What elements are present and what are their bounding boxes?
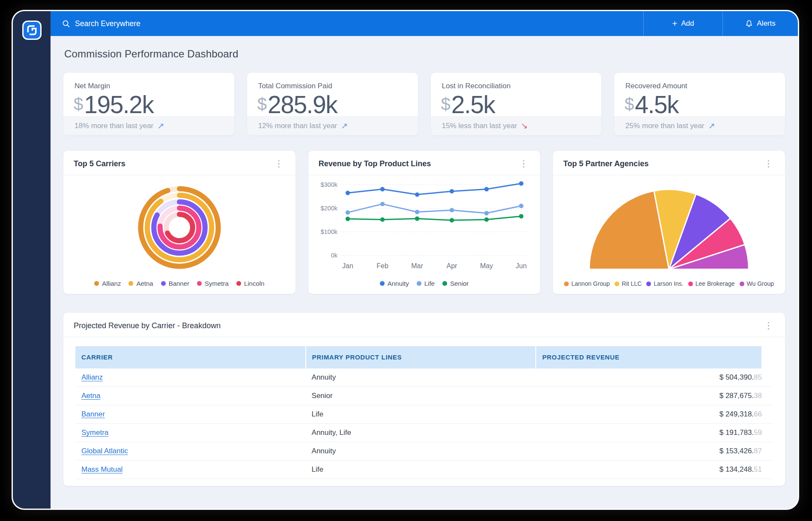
- legend-dot: [646, 281, 651, 286]
- cell-projected-revenue: $ 134,248.51: [536, 461, 762, 479]
- cell-primary-product-lines: Senior: [306, 387, 536, 405]
- kpi-label: Recovered Amount: [614, 73, 785, 90]
- revenue-main: $ 504,390.: [719, 373, 754, 381]
- legend-label: Senior: [450, 280, 469, 287]
- kebab-menu-icon[interactable]: ⋮: [273, 159, 285, 169]
- trend-up-icon: ↗: [157, 122, 164, 130]
- legend-label: Annuity: [388, 280, 409, 287]
- svg-text:0k: 0k: [331, 252, 338, 259]
- table-wrap: CARRIER PRIMARY PRODUCT LINES PROJECTED …: [63, 337, 785, 479]
- svg-text:May: May: [480, 262, 493, 269]
- kebab-menu-icon[interactable]: ⋮: [762, 321, 775, 331]
- revenue-main: $ 153,426.: [719, 447, 754, 455]
- cell-primary-product-lines: Annuity, Life: [306, 424, 536, 442]
- legend-item-life[interactable]: Life: [417, 280, 435, 287]
- cell-filler: [762, 424, 773, 442]
- add-button[interactable]: + Add: [643, 11, 722, 36]
- legend-dot: [688, 281, 693, 286]
- series-line-annuity: [348, 184, 521, 195]
- legend-item-aetna[interactable]: Aetna: [128, 280, 153, 287]
- legend-item-lincoln[interactable]: Lincoln: [236, 280, 265, 287]
- legend-label: Life: [424, 280, 435, 287]
- sidebar: [13, 11, 51, 509]
- carrier-link-allianz[interactable]: Allianz: [81, 373, 103, 381]
- card-header: Projected Revenue by Carrier - Breakdown…: [63, 313, 785, 337]
- search-icon: [62, 20, 70, 28]
- carriers-radial-chart: [63, 175, 296, 280]
- legend-item-senior[interactable]: Senior: [442, 280, 469, 287]
- kpi-label: Lost in Reconciliation: [431, 73, 602, 90]
- series-line-senior: [348, 216, 521, 220]
- table-header-row: CARRIER PRIMARY PRODUCT LINES PROJECTED …: [75, 346, 773, 368]
- radial-rings: [134, 182, 225, 273]
- search-input[interactable]: Search Everywhere: [51, 19, 643, 28]
- data-point-senior-jan: [346, 217, 350, 221]
- dashboard-content: Commission Performance Dashboard Net Mar…: [51, 36, 798, 509]
- svg-text:$200k: $200k: [320, 205, 337, 212]
- legend-item-banner[interactable]: Banner: [161, 280, 189, 287]
- trend-up-icon: ↗: [708, 122, 715, 130]
- agencies-legend: Lannon GroupRit LLCLarson Ins.Lee Broker…: [553, 280, 785, 294]
- card-title: Top 5 Carriers: [74, 159, 125, 168]
- data-point-senior-apr: [450, 218, 454, 222]
- legend-dot: [564, 281, 569, 286]
- kpi-value: $195.2k: [63, 91, 234, 118]
- legend-label: Lannon Group: [571, 280, 610, 287]
- svg-text:Apr: Apr: [447, 262, 458, 269]
- column-header-projected-revenue: PROJECTED REVENUE: [536, 346, 762, 368]
- kpi-footnote: 15% less than last year ↘: [431, 116, 602, 135]
- carrier-link-mass-mutual[interactable]: Mass Mutual: [81, 465, 122, 473]
- legend-item-larson-ins[interactable]: Larson Ins.: [646, 280, 683, 287]
- legend-label: Aetna: [136, 280, 153, 287]
- card-header: Revenue by Top Product Lines ⋮: [308, 151, 540, 175]
- table-row-global-atlantic: Global AtlanticAnnuity$ 153,426.87: [75, 442, 773, 461]
- legend-item-wu-group[interactable]: Wu Group: [740, 280, 774, 287]
- trend-down-icon: ↘: [521, 122, 528, 130]
- carrier-link-aetna[interactable]: Aetna: [81, 392, 100, 400]
- legend-label: Larson Ins.: [654, 280, 683, 287]
- data-point-annuity-feb: [380, 187, 385, 192]
- carrier-link-global-atlantic[interactable]: Global Atlantic: [81, 447, 128, 455]
- legend-item-annuity[interactable]: Annuity: [380, 280, 409, 287]
- revenue-main: $ 249,318.: [719, 410, 754, 418]
- carrier-link-banner[interactable]: Banner: [81, 410, 105, 418]
- kpi-number: 2.5k: [451, 91, 495, 118]
- column-header-carrier: CARRIER: [75, 346, 306, 368]
- cell-projected-revenue: $ 287,675.38: [536, 387, 762, 405]
- add-button-label: Add: [681, 19, 694, 28]
- data-point-senior-mar: [415, 216, 419, 221]
- table-row-aetna: AetnaSenior$ 287,675.38: [75, 387, 773, 405]
- kpi-number: 285.9k: [268, 91, 337, 118]
- cell-primary-product-lines: Life: [306, 461, 536, 479]
- legend-dot: [380, 281, 385, 286]
- table-row-allianz: AllianzAnnuity$ 504,390.85: [75, 368, 773, 387]
- plus-icon: +: [672, 19, 677, 28]
- alerts-button-label: Alerts: [757, 19, 775, 28]
- data-point-senior-may: [484, 218, 489, 222]
- table-row-mass-mutual: Mass MutualLife$ 134,248.51: [75, 461, 773, 479]
- kebab-menu-icon[interactable]: ⋮: [517, 159, 530, 169]
- top-bar: Search Everywhere + Add Alerts: [51, 11, 798, 36]
- carrier-link-symetra[interactable]: Symetra: [81, 428, 108, 437]
- currency-sign: $: [441, 95, 451, 114]
- revenue-cents: 87: [754, 447, 762, 455]
- legend-item-lee-brokerage[interactable]: Lee Brokerage: [688, 280, 735, 287]
- legend-dot: [236, 281, 241, 286]
- legend-item-symetra[interactable]: Symetra: [197, 280, 229, 287]
- legend-dot: [197, 281, 202, 286]
- cell-filler: [762, 461, 773, 479]
- legend-dot: [442, 281, 447, 286]
- legend-item-rit-llc[interactable]: Rit LLC: [615, 280, 642, 287]
- carriers-legend: AllianzAetnaBannerSymetraLincoln: [63, 280, 296, 294]
- kpi-value: $285.9k: [247, 91, 418, 118]
- kebab-menu-icon[interactable]: ⋮: [762, 159, 775, 169]
- svg-text:Jan: Jan: [342, 262, 353, 269]
- alerts-button[interactable]: Alerts: [722, 11, 798, 36]
- data-point-annuity-apr: [450, 189, 454, 194]
- legend-item-allianz[interactable]: Allianz: [94, 280, 121, 287]
- kpi-label: Net Margin: [63, 73, 234, 90]
- app-logo-icon[interactable]: [22, 20, 42, 40]
- search-label: Search Everywhere: [75, 19, 140, 28]
- bell-icon: [745, 20, 753, 28]
- legend-item-lannon-group[interactable]: Lannon Group: [564, 280, 610, 287]
